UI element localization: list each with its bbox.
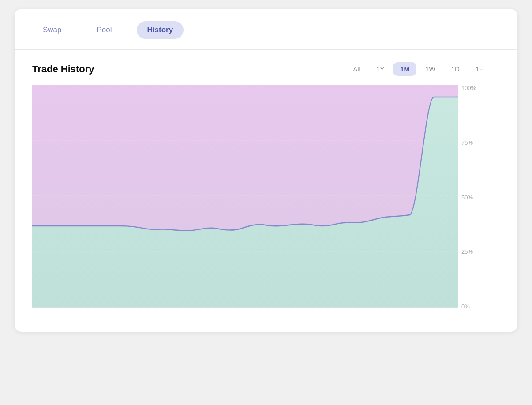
time-btn-1d[interactable]: 1D	[444, 62, 467, 76]
y-label-100: 100%	[461, 85, 476, 91]
y-label-50: 50%	[461, 194, 473, 201]
time-btn-all[interactable]: All	[346, 62, 367, 76]
y-label-75: 75%	[461, 139, 473, 146]
tabs-section: Swap Pool History	[15, 9, 517, 50]
time-btn-1w[interactable]: 1W	[418, 62, 442, 76]
main-card: Swap Pool History Trade History All 1Y 1…	[15, 9, 517, 332]
chart-header: Trade History All 1Y 1M 1W 1D 1H	[32, 62, 517, 76]
time-btn-1m[interactable]: 1M	[393, 62, 416, 76]
y-axis: 100% 75% 50% 25% 0%	[458, 85, 487, 310]
time-btn-1y[interactable]: 1Y	[369, 62, 391, 76]
chart-svg	[32, 85, 458, 308]
y-label-25: 25%	[461, 248, 473, 255]
y-label-0: 0%	[461, 303, 470, 310]
time-filters: All 1Y 1M 1W 1D 1H	[346, 62, 491, 76]
tab-pool[interactable]: Pool	[86, 21, 123, 39]
tab-history[interactable]: History	[137, 21, 184, 39]
chart-inner: 100% 75% 50% 25% 0% Oct 11 Oct 14 Oct 17…	[32, 85, 487, 323]
chart-container: 100% 75% 50% 25% 0% Oct 11 Oct 14 Oct 17…	[32, 85, 517, 323]
pink-area	[32, 85, 458, 231]
tab-swap[interactable]: Swap	[32, 21, 72, 39]
chart-section: Trade History All 1Y 1M 1W 1D 1H	[15, 50, 517, 332]
time-btn-1h[interactable]: 1H	[468, 62, 491, 76]
chart-title: Trade History	[32, 64, 94, 75]
